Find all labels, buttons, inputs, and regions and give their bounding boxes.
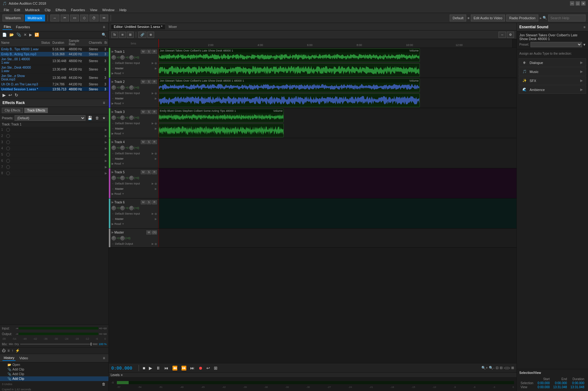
master-arrow2-6[interactable]: ▶ <box>155 217 157 221</box>
fx-icon-4[interactable]: ⊕ <box>154 152 157 155</box>
play-preview-btn[interactable]: ▶ <box>2 93 6 98</box>
radio-production-button[interactable]: Radio Production <box>506 15 538 21</box>
tool-select[interactable]: ▭ <box>70 15 79 21</box>
tab-video[interactable]: Video <box>18 356 29 361</box>
pan-knob-2[interactable] <box>120 85 125 90</box>
zoom-fit-btn[interactable]: ⊞ <box>511 366 514 370</box>
fx-slot-power[interactable] <box>6 159 10 163</box>
preset-arrow-btn[interactable]: ▾ <box>583 42 586 47</box>
input-arrow-5[interactable]: ▶ <box>152 182 154 185</box>
next-btn[interactable]: ⏭ <box>189 366 196 371</box>
vol-knob-3[interactable] <box>112 116 116 120</box>
read-arrow-4[interactable]: ▼ <box>122 162 125 165</box>
presets-select[interactable]: (Default) <box>15 115 85 121</box>
tab-history[interactable]: History <box>2 355 16 361</box>
crossfade-btn[interactable]: ⊗ <box>147 32 154 38</box>
fx-slot-power[interactable] <box>6 153 10 157</box>
preset-dropdown[interactable] <box>531 42 582 47</box>
file-table-row[interactable]: Emily B.. Acting Tips.mp3 5:16.368 44100… <box>0 52 108 57</box>
menu-edit[interactable]: Edit <box>12 7 23 12</box>
loop-btn[interactable]: 🔁 <box>34 32 40 37</box>
scroll-btn[interactable]: ↔ <box>498 32 506 38</box>
tool-trim[interactable]: ✂ <box>61 15 69 21</box>
files-panel-menu[interactable]: ≡ <box>102 25 106 30</box>
fwd-btn[interactable]: ⏩ <box>180 366 188 371</box>
arrow-up-btn[interactable]: ↑ <box>11 348 13 353</box>
fx-slot-arrow[interactable]: ▶ <box>105 134 107 138</box>
mix-btn[interactable]: ≋ <box>119 32 126 38</box>
effects-rack-menu[interactable]: ≡ <box>102 100 106 105</box>
pan-knob-5[interactable] <box>120 176 125 180</box>
punch-btn[interactable]: ⊞ <box>213 366 219 371</box>
master-mute-btn[interactable]: M <box>146 230 151 234</box>
track-expand-5[interactable]: ▶ <box>112 170 114 174</box>
mute-btn-4[interactable]: M <box>141 140 146 144</box>
fx-btn[interactable]: fx <box>111 32 118 38</box>
rec-btn-4[interactable]: R <box>152 140 157 144</box>
track-expand-4[interactable]: ▶ <box>112 140 114 143</box>
read-expand-6[interactable]: ▶ <box>112 222 114 225</box>
preset-star-btn[interactable]: ★ <box>101 116 107 120</box>
preset-delete-btn[interactable]: 🗑 <box>94 116 100 120</box>
view-duration[interactable]: 13:31.048 <box>568 385 586 389</box>
file-table-row[interactable]: Emily B.. Tips 48000 1.wav 5:16.368 4800… <box>0 47 108 52</box>
read-arrow-1[interactable]: ▼ <box>122 72 125 75</box>
vol-knob-6[interactable] <box>112 206 116 210</box>
track-arrow2-5[interactable]: ← <box>112 182 114 185</box>
tool-time[interactable]: ⏱ <box>90 15 99 21</box>
loop-preview-btn[interactable]: ↩ <box>8 93 12 98</box>
maximize-button[interactable]: □ <box>576 1 580 6</box>
lightning-btn[interactable]: ⚡ <box>15 348 20 353</box>
mute-btn-6[interactable]: M <box>141 200 146 204</box>
menu-window[interactable]: Window <box>100 7 117 12</box>
clip-top-1[interactable]: Jon Stewart Takes Over Colbert's Late Sh… <box>158 48 420 62</box>
pan-knob2-6[interactable] <box>129 206 134 210</box>
workspace-default-button[interactable]: Default <box>450 15 466 21</box>
pan-knob-1[interactable] <box>120 55 125 60</box>
mute-btn-2[interactable]: M <box>141 80 146 84</box>
master-fx-icon[interactable]: ⊕ <box>154 242 157 246</box>
input-arrow-4[interactable]: ▶ <box>152 152 154 155</box>
scroll-right-btn[interactable]: ▷ <box>508 366 510 370</box>
zoom-waveform-btn[interactable]: ⊡ <box>496 366 498 370</box>
pan-knob2-3[interactable] <box>129 116 134 120</box>
pause-btn[interactable]: ⏸ <box>155 366 162 371</box>
fx-slot-power[interactable] <box>6 171 10 175</box>
file-table-row[interactable]: Uh Oh D..en The Law.mp3 7:24.786 44100 H… <box>0 82 108 87</box>
history-item-1[interactable]: 📎Add Clip <box>0 367 108 372</box>
clip-bottom-2[interactable] <box>158 93 420 107</box>
open-file-btn[interactable]: 📂 <box>8 32 15 37</box>
close-file-btn[interactable]: ✕ <box>23 32 28 37</box>
input-arrow-2[interactable]: ▶ <box>152 92 154 95</box>
prev-btn[interactable]: ⏮ <box>163 366 170 371</box>
file-table-row[interactable]: Untitled Session 1.sesx * 13:55.713 4800… <box>0 87 108 91</box>
pan-knob2-1[interactable] <box>129 55 134 60</box>
menu-effects[interactable]: Effects <box>53 7 68 12</box>
file-table-row[interactable]: Jon Ste...e Show Desk.mp3 13:30.448 4410… <box>0 74 108 82</box>
solo-btn-3[interactable]: S <box>146 110 151 114</box>
master-expand[interactable]: ▶ <box>112 231 114 234</box>
menu-help[interactable]: Help <box>117 7 129 12</box>
fx-icon-1[interactable]: ⊕ <box>154 61 157 65</box>
history-item-3[interactable]: 📎Add Clip <box>0 376 108 381</box>
read-expand-5[interactable]: ▶ <box>112 192 114 195</box>
tab-favorites[interactable]: Favorites <box>15 25 31 30</box>
fx-icon-5[interactable]: ⊕ <box>154 182 157 185</box>
tool-razor[interactable]: ◇ <box>80 15 88 21</box>
fx-slot-arrow[interactable]: ▶ <box>105 153 107 156</box>
read-expand-4[interactable]: ▶ <box>112 162 114 165</box>
track-arrow2-6[interactable]: ← <box>112 212 114 215</box>
tool-slip[interactable]: ⇔ <box>100 15 108 21</box>
fx-slot-arrow[interactable]: ▶ <box>105 159 107 162</box>
audio-type-ambience[interactable]: 🌊 Ambience ▶ <box>519 85 586 94</box>
pan-knob-4[interactable] <box>120 146 125 150</box>
menu-clip[interactable]: Clip <box>42 7 53 12</box>
more-workspaces-icon[interactable]: » <box>540 16 541 20</box>
mix-slider-handle[interactable] <box>91 343 91 346</box>
clip-effects-tab[interactable]: Clip Effects <box>2 108 23 113</box>
zoom-in-btn[interactable]: 🔍+ <box>481 366 488 370</box>
autoplay-toggle[interactable]: ↻ <box>15 93 18 98</box>
solo-btn-4[interactable]: S <box>146 140 151 144</box>
solo-btn-6[interactable]: S <box>146 200 151 204</box>
track-arrow2-2[interactable]: ← <box>112 92 114 95</box>
